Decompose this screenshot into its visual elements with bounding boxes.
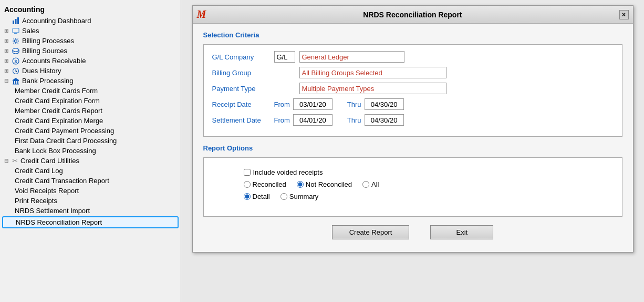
detail-radio[interactable] [244, 193, 251, 200]
selection-criteria-box: G/L Company G/L General Ledger Billing G… [203, 44, 622, 137]
sidebar-item-label: Accounting Dashboard [22, 17, 91, 25]
sidebar-item-label: Billing Processes [22, 37, 74, 45]
sidebar-item-label: Billing Sources [22, 47, 67, 55]
sidebar-child-first-data-credit-card-processing[interactable]: First Data Credit Card Processing [0, 136, 181, 146]
detail-summary-radio-row: Detail Summary [244, 193, 605, 200]
settlement-date-from-input[interactable] [293, 114, 333, 126]
sidebar-item-billing-sources[interactable]: ⊞ Billing Sources [0, 46, 181, 56]
exit-button[interactable]: Exit [430, 225, 493, 239]
payment-type-field[interactable]: Multiple Payment Types [299, 83, 446, 94]
settlement-date-label: Settlement Date [212, 116, 270, 124]
billing-group-field[interactable]: All Billing Groups Selected [299, 67, 446, 78]
svg-point-7 [13, 48, 19, 52]
summary-radio[interactable] [281, 193, 287, 200]
svg-point-6 [15, 39, 17, 42]
sidebar-item-label: Bank Processing [22, 77, 74, 85]
sidebar-child-credit-card-transaction-report[interactable]: Credit Card Transaction Report [0, 176, 181, 186]
reconciled-option[interactable]: Reconciled [244, 180, 286, 188]
report-options-box: Include voided receipts Reconciled Not R… [203, 157, 622, 217]
all-radio[interactable] [362, 181, 369, 188]
sidebar-child-credit-card-log[interactable]: Credit Card Log [0, 166, 181, 176]
svg-rect-0 [13, 21, 14, 24]
settlement-date-thru-input[interactable] [365, 114, 404, 126]
receipt-date-thru-input[interactable] [365, 98, 404, 110]
sidebar-child-bank-lock-box-processing[interactable]: Bank Lock Box Processing [0, 146, 181, 156]
spacer-icon [4, 18, 11, 24]
dialog-title: NRDS Reconciliation Report [363, 11, 462, 19]
expand-icon: ⊞ [4, 58, 11, 64]
app-logo: M [197, 8, 206, 21]
dialog-titlebar-left: M [197, 8, 206, 21]
sidebar-item-sales[interactable]: ⊞ Sales [0, 26, 181, 36]
settlement-date-thru-section: Thru [347, 114, 404, 126]
billing-group-row: Billing Group All Billing Groups Selecte… [212, 67, 614, 78]
expand-icon: ⊞ [4, 28, 11, 34]
hdd-icon [12, 47, 19, 55]
svg-rect-13 [15, 81, 16, 84]
dialog-titlebar-center: NRDS Reconciliation Report [206, 11, 619, 19]
sidebar-item-bank-processing[interactable]: ⊟ Bank Processing [0, 76, 181, 86]
svg-rect-12 [13, 81, 14, 84]
gl-code-field[interactable]: G/L [274, 51, 295, 63]
not-reconciled-option[interactable]: Not Reconciled [297, 180, 352, 188]
detail-option[interactable]: Detail [244, 193, 270, 200]
sidebar-item-accounts-receivable[interactable]: ⊞ $ Accounts Receivable [0, 56, 181, 66]
close-button[interactable]: × [619, 10, 629, 19]
sidebar-child-nrds-settlement-import[interactable]: NRDS Settlement Import [0, 206, 181, 216]
reconciled-radio-row: Reconciled Not Reconciled All [244, 180, 605, 188]
sidebar-child-void-receipts-report[interactable]: Void Receipts Report [0, 186, 181, 196]
svg-rect-2 [17, 17, 19, 24]
sidebar-child-credit-card-expiration-form[interactable]: Credit Card Expiration Form [0, 96, 181, 106]
receipt-date-from-input[interactable] [293, 98, 333, 110]
include-voided-checkbox[interactable] [244, 169, 251, 176]
dialog-window: M NRDS Reconciliation Report × Selection… [192, 5, 633, 253]
collapse-icon: ⊟ [4, 78, 11, 84]
gl-value-field[interactable]: General Ledger [299, 51, 404, 63]
sidebar-child-credit-card-expiration-merge[interactable]: Credit Card Expiration Merge [0, 116, 181, 126]
gear-icon [12, 37, 19, 45]
expand-icon: ⊞ [4, 48, 11, 54]
dialog-body: Selection Criteria G/L Company G/L Gener… [193, 24, 633, 247]
gl-company-label: G/L Company [212, 53, 270, 61]
sidebar-item-billing-processes[interactable]: ⊞ Billing Processes [0, 36, 181, 46]
bar-chart-icon [12, 17, 19, 25]
include-voided-row: Include voided receipts [244, 168, 605, 176]
sidebar-item-label: Dues History [22, 67, 61, 75]
svg-marker-15 [13, 78, 19, 80]
from-label-settlement: From [274, 116, 290, 124]
sidebar-item-credit-card-utilities[interactable]: ⊟ ✂ Credit Card Utilities [0, 156, 181, 166]
create-report-button[interactable]: Create Report [332, 225, 410, 239]
svg-rect-3 [13, 28, 19, 33]
sidebar-item-dues-history[interactable]: ⊞ Dues History [0, 66, 181, 76]
sidebar-item-label: Sales [22, 27, 39, 35]
collapse-icon: ⊟ [4, 158, 11, 164]
all-option[interactable]: All [362, 180, 379, 188]
summary-option[interactable]: Summary [281, 193, 319, 200]
sidebar-child-member-credit-cards-form[interactable]: Member Credit Cards Form [0, 86, 181, 96]
svg-text:$: $ [14, 59, 17, 64]
sidebar-item-accounting-dashboard[interactable]: Accounting Dashboard [0, 16, 181, 26]
sidebar: Accounting Accounting Dashboard ⊞ Sales … [0, 0, 181, 302]
summary-label: Summary [289, 193, 319, 200]
sidebar-child-nrds-reconciliation-report[interactable]: NRDS Reconciliation Report [2, 216, 179, 228]
tools-icon: ✂ [12, 157, 18, 165]
history-icon [12, 67, 19, 75]
svg-rect-5 [14, 33, 18, 33]
svg-rect-4 [14, 33, 17, 34]
thru-label-settlement: Thru [347, 116, 361, 124]
sidebar-child-member-credit-cards-report[interactable]: Member Credit Cards Report [0, 106, 181, 116]
report-options-label: Report Options [203, 144, 622, 152]
not-reconciled-label: Not Reconciled [306, 180, 352, 188]
include-voided-label: Include voided receipts [253, 168, 323, 176]
not-reconciled-radio[interactable] [297, 181, 304, 188]
computer-icon [12, 27, 19, 35]
sidebar-child-credit-card-payment-processing[interactable]: Credit Card Payment Processing [0, 126, 181, 136]
receipt-date-from-section: From [274, 98, 333, 110]
receipt-date-label: Receipt Date [212, 100, 270, 108]
from-label-receipt: From [274, 100, 290, 108]
sidebar-child-print-receipts[interactable]: Print Receipts [0, 196, 181, 206]
settlement-date-row: Settlement Date From Thru [212, 114, 614, 126]
svg-rect-1 [15, 19, 17, 24]
reconciled-radio[interactable] [244, 181, 251, 188]
settlement-date-from-section: From [274, 114, 333, 126]
